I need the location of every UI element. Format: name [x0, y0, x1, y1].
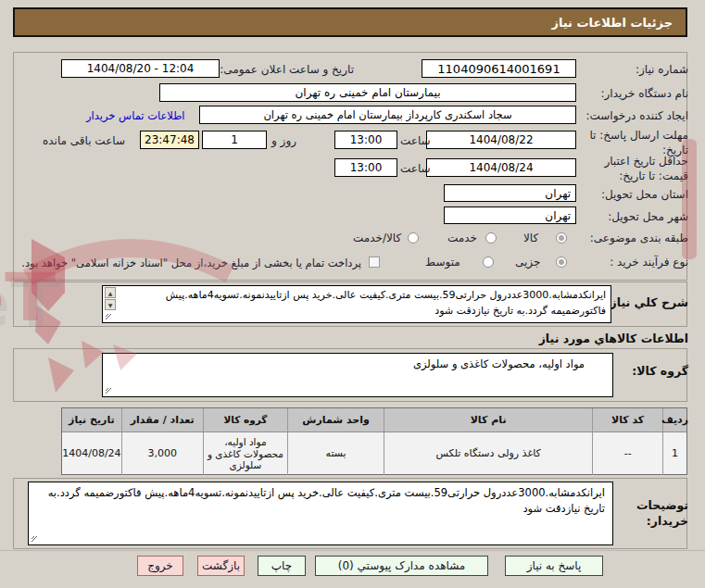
goods-group-textarea[interactable]: مواد اولیه، محصولات کاغذی و سلولزی — [102, 353, 613, 397]
delivery-province-label: استان محل تحویل: — [601, 188, 688, 201]
need-desc-textarea[interactable]: ایرانکدمشابه.3000عددرول حرارتی59.بیست مت… — [102, 285, 611, 323]
reply-deadline-time-field[interactable]: 13:00 — [334, 131, 397, 149]
need-desc-scrollbar[interactable]: ▲ ▼ — [104, 287, 116, 311]
radio-service-label: خدمت — [447, 231, 477, 244]
resize-grip-icon[interactable] — [31, 535, 38, 543]
delivery-province-field[interactable]: تهران — [444, 184, 576, 202]
scroll-down-icon[interactable]: ▼ — [105, 299, 116, 310]
buyer-org-field[interactable]: بیمارستان امام خمینی ره تهران — [159, 83, 576, 102]
hours-remaining-label: ساعت باقی مانده — [43, 134, 125, 147]
header-unit: واحد شمارش — [287, 408, 384, 432]
cell-need-date: 1404/08/24 — [62, 432, 121, 475]
cell-group: مواد اولیه، محصولات کاغذی و سلولزی — [203, 432, 288, 475]
request-creator-label: ایجاد کننده درخواست: — [585, 109, 688, 122]
table-row: 1 -- کاغذ رولی دستگاه تلکس بسته مواد اول… — [62, 432, 686, 475]
buyer-org-label: نام دستگاه خریدار: — [601, 87, 689, 100]
exit-button[interactable]: خروج — [137, 556, 183, 576]
cell-unit: بسته — [287, 432, 384, 475]
header-group: گروه کالا — [203, 408, 288, 432]
need-number-field[interactable]: 1104090614001691 — [422, 59, 576, 78]
header-name: نام کالا — [384, 408, 592, 432]
goods-group-label: گروه کالا: — [632, 364, 688, 378]
radio-partial-label: جزیی — [515, 256, 540, 269]
header-qty: تعداد / مقدار — [121, 408, 203, 432]
buyer-notes-label: توضیحات خریدار: — [631, 498, 688, 530]
cell-row-no: 1 — [662, 432, 686, 475]
validity-hour-label: ساعت — [400, 162, 431, 175]
announce-datetime-field[interactable]: 1404/08/20 - 12:04 — [61, 59, 220, 78]
countdown-timer: 23:47:48 — [140, 131, 199, 149]
day-and-label: روز و — [271, 134, 296, 147]
header-need-date: تاریخ نیاز — [62, 408, 121, 432]
need-details-page: جزئیات اطلاعات نیاز شماره نیاز: 11040906… — [0, 0, 705, 588]
goods-table-header: ردیف کد کالا نام کالا واحد شمارش گروه کا… — [62, 408, 686, 432]
radio-partial[interactable] — [556, 256, 567, 268]
cell-qty: 3,000 — [121, 432, 203, 475]
cell-code: -- — [592, 432, 662, 475]
buyer-notes-text: ایرانکدمشابه.3000عددرول حرارتی59.بیست مت… — [29, 482, 612, 518]
resize-grip-icon[interactable] — [105, 387, 112, 394]
price-validity-date-field[interactable]: 1404/08/24 — [426, 158, 576, 177]
page-title: جزئیات اطلاعات نیاز — [13, 7, 687, 37]
buyer-contact-link[interactable]: اطلاعات تماس خریدار — [86, 109, 185, 122]
radio-goods-service[interactable] — [408, 232, 419, 244]
view-attachments-button[interactable]: مشاهده مدارک پیوستي (0) — [315, 556, 488, 576]
days-remaining-field[interactable]: 1 — [202, 131, 267, 149]
answer-need-button[interactable]: پاسخ به نیاز — [505, 556, 603, 576]
price-validity-time-field[interactable]: 13:00 — [334, 158, 397, 177]
treasury-note: پرداخت تمام یا بخشی از مبلغ خرید،از محل … — [37, 256, 361, 269]
back-button[interactable]: بازگشت — [197, 556, 245, 576]
radio-goods[interactable] — [556, 232, 567, 244]
reply-deadline-date-field[interactable]: 1404/08/22 — [426, 131, 576, 149]
announce-datetime-label: تاریخ و ساعت اعلان عمومی: — [222, 63, 354, 76]
classification-label: طبقه بندی موضوعی: — [590, 231, 688, 244]
header-code: کد کالا — [592, 408, 662, 432]
delivery-city-label: شهر محل تحویل: — [608, 210, 688, 223]
radio-service[interactable] — [485, 232, 497, 244]
goods-section-heading: اطلاعات کالاهاي مورد نیاز — [539, 332, 688, 345]
request-creator-field[interactable]: سجاد اسکندری کارپرداز بیمارستان امام خمی… — [199, 106, 576, 124]
need-number-label: شماره نیاز: — [636, 63, 688, 76]
radio-goods-label: کالا — [523, 231, 538, 244]
price-validity-label: حداقل تاریخ اعتبار قیمت: تا تاریخ: — [585, 154, 688, 183]
cell-name: کاغذ رولی دستگاه تلکس — [384, 432, 592, 475]
radio-goods-service-label: کالا/خدمت — [353, 231, 401, 244]
need-desc-label: شرح کلي نیاز: — [606, 295, 688, 309]
scroll-up-icon[interactable]: ▲ — [105, 287, 116, 298]
print-button[interactable]: چاپ — [258, 556, 306, 576]
process-type-label: نوع فرآیند خرید : — [610, 256, 688, 269]
goods-table: ردیف کد کالا نام کالا واحد شمارش گروه کا… — [61, 407, 687, 475]
radio-medium[interactable] — [483, 256, 494, 268]
resize-grip-icon[interactable] — [105, 313, 112, 320]
need-desc-text: ایرانکدمشابه.3000عددرول حرارتی59.بیست مت… — [103, 286, 611, 319]
deadline-hour-label: ساعت — [400, 134, 431, 147]
header-row-no: ردیف — [662, 408, 686, 432]
delivery-city-field[interactable]: تهران — [444, 206, 576, 224]
radio-medium-label: متوسط — [425, 256, 460, 269]
treasury-checkbox[interactable] — [369, 256, 380, 268]
bottom-separator — [0, 550, 705, 551]
goods-group-text: مواد اولیه، محصولات کاغذی و سلولزی — [103, 354, 612, 372]
buyer-notes-textarea[interactable]: ایرانکدمشابه.3000عددرول حرارتی59.بیست مت… — [28, 482, 613, 545]
